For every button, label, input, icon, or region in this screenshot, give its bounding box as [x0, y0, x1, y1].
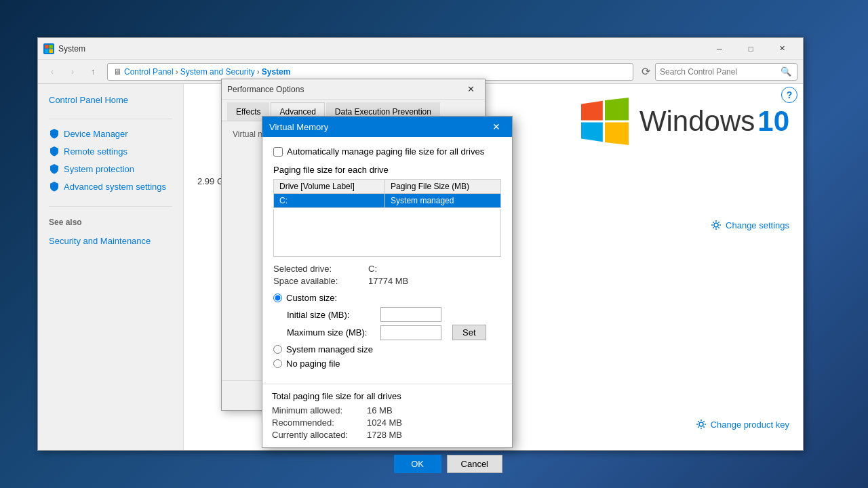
breadcrumb-system[interactable]: System: [262, 67, 291, 77]
windows-logo: [581, 98, 629, 145]
custom-size-radio[interactable]: [273, 293, 282, 302]
perf-dialog-title-bar: Performance Options ✕: [222, 79, 485, 100]
change-settings-link[interactable]: Change settings: [711, 220, 789, 230]
sidebar: Control Panel Home Device Manager Remote…: [38, 84, 184, 450]
sidebar-label-remote-settings: Remote settings: [64, 146, 127, 157]
min-allowed-row: Minimum allowed: 16 MB: [272, 405, 502, 415]
no-paging-label: No paging file: [286, 359, 340, 369]
maximize-button[interactable]: □: [735, 39, 766, 59]
custom-size-label: Custom size:: [286, 293, 337, 303]
svg-marker-7: [605, 123, 629, 145]
refresh-button[interactable]: ⟳: [639, 65, 652, 79]
back-button[interactable]: ‹: [43, 63, 61, 81]
computer-icon: 🖥: [113, 67, 121, 77]
svg-marker-4: [581, 101, 603, 121]
windows-label: Windows: [639, 105, 755, 138]
perf-dialog-close[interactable]: ✕: [462, 81, 479, 98]
sidebar-label-system-protection: System protection: [64, 164, 134, 174]
system-window: System ─ □ ✕ ‹ › ↑ 🖥 Control Panel › Sys…: [37, 37, 804, 451]
svg-rect-3: [50, 49, 54, 53]
change-product-label[interactable]: Change product key: [711, 420, 789, 430]
max-size-input[interactable]: [380, 325, 441, 340]
space-available-row: Space available: 17774 MB: [273, 276, 501, 286]
svg-rect-0: [45, 45, 49, 49]
search-button[interactable]: 🔍: [779, 65, 793, 79]
drive-row-c[interactable]: C: System managed: [274, 194, 501, 208]
change-settings-label[interactable]: Change settings: [726, 220, 789, 230]
col-drive: Drive [Volume Label]: [274, 180, 385, 194]
svg-point-8: [714, 223, 718, 227]
sidebar-item-remote-settings[interactable]: Remote settings: [38, 142, 183, 160]
search-input[interactable]: [660, 67, 779, 77]
auto-manage-row: Automatically manage paging file size fo…: [273, 146, 501, 157]
sidebar-home[interactable]: Control Panel Home: [38, 92, 183, 113]
space-available-label: Space available:: [273, 276, 368, 286]
min-allowed-label: Minimum allowed:: [272, 405, 367, 415]
recommended-value: 1024 MB: [367, 418, 402, 428]
title-bar: System ─ □ ✕: [38, 38, 803, 60]
no-paging-row: No paging file: [273, 359, 501, 369]
initial-size-label: Initial size (MB):: [287, 310, 375, 320]
drive-info-section: Selected drive: C: Space available: 1777…: [273, 264, 501, 286]
initial-size-row: Initial size (MB):: [287, 307, 501, 322]
min-allowed-value: 16 MB: [367, 405, 393, 415]
auto-manage-label: Automatically manage paging file size fo…: [287, 146, 484, 157]
svg-marker-6: [581, 123, 603, 142]
currently-allocated-value: 1728 MB: [367, 430, 402, 440]
set-button[interactable]: Set: [452, 325, 486, 340]
sidebar-item-system-protection[interactable]: System protection: [38, 160, 183, 178]
selected-drive-label: Selected drive:: [273, 264, 368, 274]
sidebar-item-security-maintenance[interactable]: Security and Maintenance: [38, 232, 183, 249]
vm-ok-button[interactable]: OK: [394, 455, 441, 473]
virtual-memory-dialog: Virtual Memory ✕ Automatically manage pa…: [262, 116, 513, 448]
up-button[interactable]: ↑: [84, 63, 102, 81]
shield-icon-device: [49, 128, 60, 139]
drive-c-paging: System managed: [385, 194, 501, 208]
see-also-label: See also: [38, 212, 183, 232]
breadcrumb-system-security[interactable]: System and Security: [180, 67, 255, 77]
recommended-row: Recommended: 1024 MB: [272, 418, 502, 428]
col-paging: Paging File Size (MB): [385, 180, 501, 194]
svg-marker-5: [605, 98, 629, 120]
auto-manage-checkbox[interactable]: [273, 147, 283, 157]
initial-size-input[interactable]: [380, 307, 441, 322]
sidebar-label-security: Security and Maintenance: [49, 236, 151, 246]
product-key-icon: [696, 419, 707, 430]
window-controls: ─ □ ✕: [704, 39, 797, 59]
total-paging-title: Total paging file size for all drives: [272, 391, 502, 401]
sidebar-divider-2: [49, 206, 172, 207]
system-managed-radio[interactable]: [273, 345, 282, 354]
window-title: System: [58, 44, 704, 54]
drive-c: C:: [274, 194, 385, 208]
space-available-value: 17774 MB: [368, 276, 408, 286]
breadcrumb-sep2: ›: [257, 67, 260, 77]
svg-rect-1: [50, 45, 54, 49]
drive-list-empty: [273, 209, 501, 257]
change-product-link[interactable]: Change product key: [696, 419, 789, 430]
breadcrumb-control-panel[interactable]: Control Panel: [124, 67, 174, 77]
settings-icon: [711, 220, 722, 230]
search-bar: 🔍: [655, 63, 797, 81]
svg-point-9: [699, 422, 703, 426]
forward-button[interactable]: ›: [64, 63, 81, 81]
no-paging-radio[interactable]: [273, 359, 282, 368]
vm-close-button[interactable]: ✕: [488, 118, 505, 136]
window-icon: [43, 43, 54, 54]
minimize-button[interactable]: ─: [704, 39, 735, 59]
vm-body: Automatically manage paging file size fo…: [262, 137, 512, 384]
vm-title-bar: Virtual Memory ✕: [262, 117, 512, 137]
selected-drive-row: Selected drive: C:: [273, 264, 501, 274]
recommended-label: Recommended:: [272, 418, 367, 428]
sidebar-item-device-manager[interactable]: Device Manager: [38, 125, 183, 142]
close-button[interactable]: ✕: [766, 39, 797, 59]
radio-section: Custom size: Initial size (MB): Maximum …: [273, 293, 501, 369]
max-size-label: Maximum size (MB):: [287, 327, 375, 338]
currently-allocated-row: Currently allocated: 1728 MB: [272, 430, 502, 440]
windows-version: 10: [757, 105, 789, 138]
windows-branding: Windows 10: [581, 98, 789, 145]
vm-cancel-button[interactable]: Cancel: [447, 455, 502, 473]
help-button[interactable]: ?: [781, 87, 797, 103]
sidebar-item-advanced-settings[interactable]: Advanced system settings: [38, 178, 183, 195]
selected-drive-value: C:: [368, 264, 377, 274]
paging-section-title: Paging file size for each drive: [273, 165, 501, 175]
